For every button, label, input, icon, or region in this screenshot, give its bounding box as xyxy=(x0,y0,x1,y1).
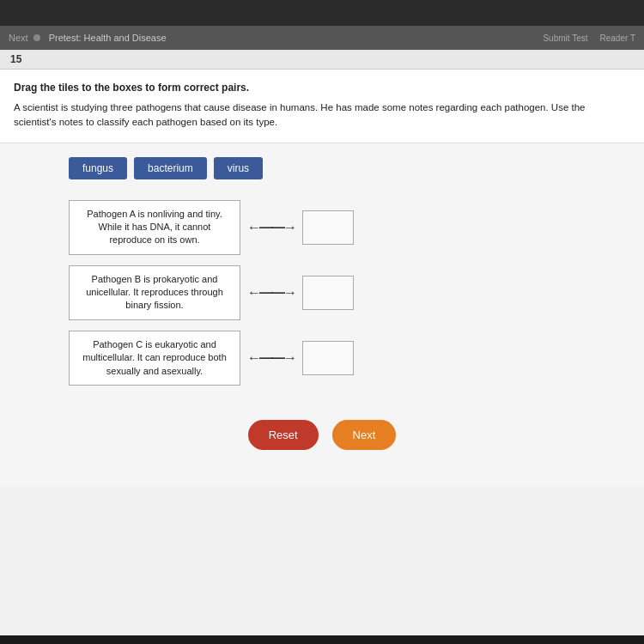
drop-box-c[interactable] xyxy=(302,341,354,375)
reset-button[interactable]: Reset xyxy=(248,420,319,450)
pathogen-box-a: Pathogen A is nonliving and tiny. While … xyxy=(69,200,240,255)
nav-title: Pretest: Health and Disease xyxy=(49,33,167,43)
question-header: 15 xyxy=(0,50,644,70)
nav-next-label[interactable]: Next xyxy=(9,33,28,43)
pathogen-a-text: Pathogen A is nonliving and tiny. While … xyxy=(87,209,222,246)
question-body: Drag the tiles to the boxes to form corr… xyxy=(0,70,644,143)
pathogen-row-b: Pathogen B is prokaryotic and unicellula… xyxy=(69,265,627,320)
instruction-text: Drag the tiles to the boxes to form corr… xyxy=(14,82,630,94)
arrow-c: ←——→ xyxy=(247,350,295,366)
pathogen-b-text: Pathogen B is prokaryotic and unicellula… xyxy=(86,274,223,311)
submit-test-label[interactable]: Submit Test xyxy=(543,33,587,43)
arrow-a: ←——→ xyxy=(247,220,295,235)
pathogen-box-c: Pathogen C is eukaryotic and multicellul… xyxy=(69,331,240,386)
reader-label[interactable]: Reader T xyxy=(599,33,635,43)
nav-bar: Next Pretest: Health and Disease Submit … xyxy=(0,26,644,50)
drop-box-a[interactable] xyxy=(302,210,354,245)
tiles-row: fungus bacterium virus xyxy=(17,157,627,179)
pathogen-rows: Pathogen A is nonliving and tiny. While … xyxy=(17,200,627,386)
top-bar xyxy=(0,0,644,26)
next-button[interactable]: Next xyxy=(332,420,397,450)
question-number: 15 xyxy=(10,53,21,65)
content-area: fungus bacterium virus Pathogen A is non… xyxy=(0,143,644,487)
tile-bacterium[interactable]: bacterium xyxy=(134,157,207,179)
pathogen-row-c: Pathogen C is eukaryotic and multicellul… xyxy=(69,331,627,386)
pathogen-c-text: Pathogen C is eukaryotic and multicellul… xyxy=(82,339,227,376)
drop-box-b[interactable] xyxy=(302,276,354,310)
description-text: A scientist is studying three pathogens … xyxy=(14,100,630,131)
button-row: Reset Next xyxy=(17,420,627,450)
tile-virus[interactable]: virus xyxy=(214,157,263,179)
nav-dot xyxy=(33,34,40,41)
main-content: 15 Drag the tiles to the boxes to form c… xyxy=(0,50,644,635)
pathogen-row-a: Pathogen A is nonliving and tiny. While … xyxy=(69,200,627,255)
tile-fungus[interactable]: fungus xyxy=(69,157,127,179)
arrow-b: ←——→ xyxy=(247,285,295,301)
pathogen-box-b: Pathogen B is prokaryotic and unicellula… xyxy=(69,265,240,320)
